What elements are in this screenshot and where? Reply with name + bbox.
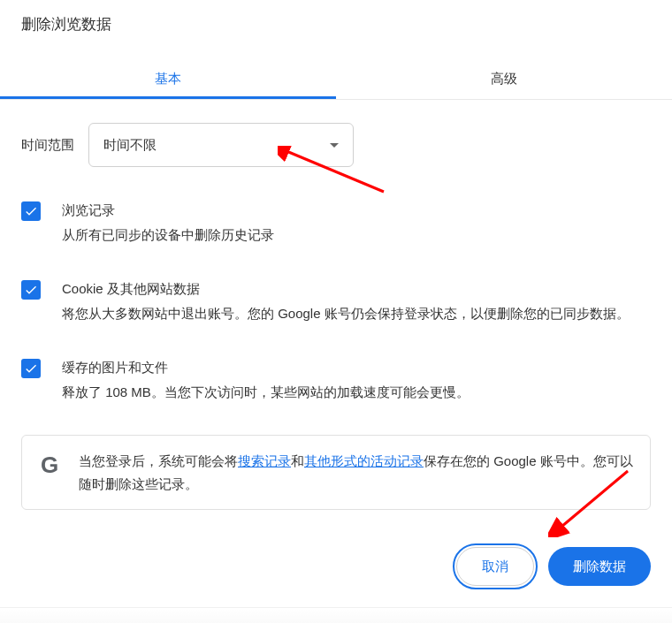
info-text: 当您登录后，系统可能会将搜索记录和其他形式的活动记录保存在您的 Google 账…	[79, 450, 634, 495]
tab-basic[interactable]: 基本	[0, 57, 336, 99]
button-row: 取消 删除数据	[0, 526, 672, 607]
option-browsing-history: 浏览记录 从所有已同步的设备中删除历史记录	[21, 199, 651, 246]
option-desc: 将您从大多数网站中退出账号。您的 Google 账号仍会保持登录状态，以便删除您…	[62, 302, 630, 325]
option-title: 缓存的图片和文件	[62, 356, 470, 379]
time-range-value: 时间不限	[103, 137, 157, 154]
content-area: 时间范围 时间不限 浏览记录 从所有已同步的设备中删除历史记录 Cookie 及…	[0, 100, 672, 510]
time-range-row: 时间范围 时间不限	[21, 123, 651, 167]
option-text: Cookie 及其他网站数据 将您从大多数网站中退出账号。您的 Google 账…	[62, 277, 630, 324]
checkbox-cookies[interactable]	[21, 280, 41, 300]
tabs: 基本 高级	[0, 57, 672, 100]
option-text: 浏览记录 从所有已同步的设备中删除历史记录	[62, 199, 274, 246]
tab-advanced[interactable]: 高级	[336, 57, 672, 99]
info-text-part: 当您登录后，系统可能会将	[79, 453, 238, 468]
option-title: Cookie 及其他网站数据	[62, 277, 630, 300]
option-text: 缓存的图片和文件 释放了 108 MB。当您下次访问时，某些网站的加载速度可能会…	[62, 356, 470, 403]
option-cache: 缓存的图片和文件 释放了 108 MB。当您下次访问时，某些网站的加载速度可能会…	[21, 356, 651, 403]
time-range-select[interactable]: 时间不限	[88, 123, 354, 167]
info-box: G 当您登录后，系统可能会将搜索记录和其他形式的活动记录保存在您的 Google…	[21, 435, 651, 510]
checkbox-browsing-history[interactable]	[21, 201, 41, 221]
option-desc: 释放了 108 MB。当您下次访问时，某些网站的加载速度可能会更慢。	[62, 381, 470, 404]
dropdown-arrow-icon	[330, 143, 339, 148]
footer-divider	[0, 607, 672, 623]
option-cookies: Cookie 及其他网站数据 将您从大多数网站中退出账号。您的 Google 账…	[21, 277, 651, 324]
checkbox-cache[interactable]	[21, 359, 41, 378]
cancel-button[interactable]: 取消	[456, 547, 534, 586]
dialog-title: 删除浏览数据	[0, 0, 672, 34]
check-icon	[24, 361, 38, 376]
option-title: 浏览记录	[62, 199, 274, 222]
info-text-part: 和	[291, 453, 304, 468]
check-icon	[24, 283, 38, 297]
check-icon	[24, 204, 38, 218]
link-search-history[interactable]: 搜索记录	[238, 453, 291, 468]
option-desc: 从所有已同步的设备中删除历史记录	[62, 224, 274, 247]
link-other-activity[interactable]: 其他形式的活动记录	[304, 453, 424, 468]
google-icon: G	[38, 453, 61, 476]
confirm-button[interactable]: 删除数据	[548, 547, 651, 586]
time-range-label: 时间范围	[21, 137, 74, 154]
